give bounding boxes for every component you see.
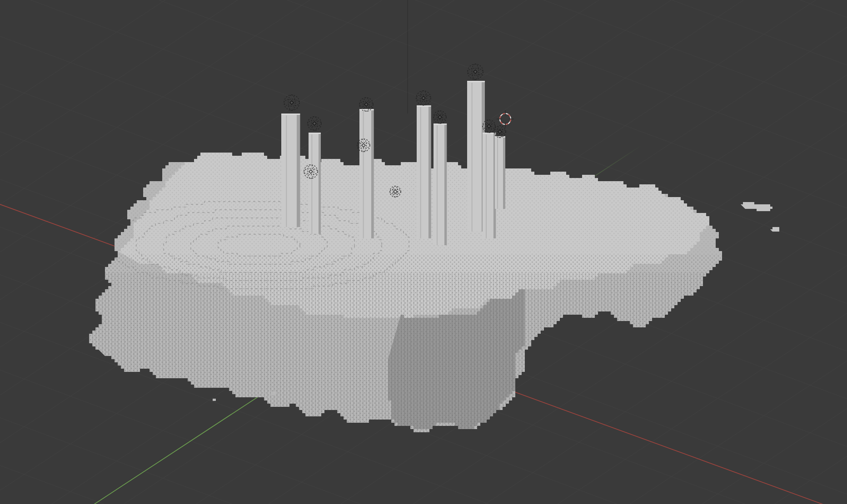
voxel-speckle-dense <box>82 254 745 445</box>
empty-sphere[interactable] <box>433 111 446 124</box>
floating-islet[interactable] <box>741 202 772 211</box>
empty-sphere[interactable] <box>416 91 431 105</box>
debris-voxel[interactable] <box>271 391 276 395</box>
object-origin-icon <box>364 103 368 106</box>
viewport-canvas <box>0 0 847 504</box>
object-origin-icon <box>487 124 491 128</box>
empty-sphere[interactable] <box>494 126 506 138</box>
object-origin-icon <box>422 96 425 100</box>
object-origin-icon <box>438 115 442 119</box>
object-origin-icon <box>313 122 316 125</box>
empty-sphere[interactable] <box>468 64 483 79</box>
empty-sphere[interactable] <box>308 117 321 130</box>
object-origin-icon <box>290 101 294 104</box>
voxel-terrain-mesh[interactable] <box>82 81 745 445</box>
3d-cursor[interactable] <box>497 110 514 128</box>
blender-3d-viewport[interactable] <box>0 0 847 504</box>
debris-voxel[interactable] <box>213 399 216 401</box>
object-origin-icon <box>498 130 502 133</box>
